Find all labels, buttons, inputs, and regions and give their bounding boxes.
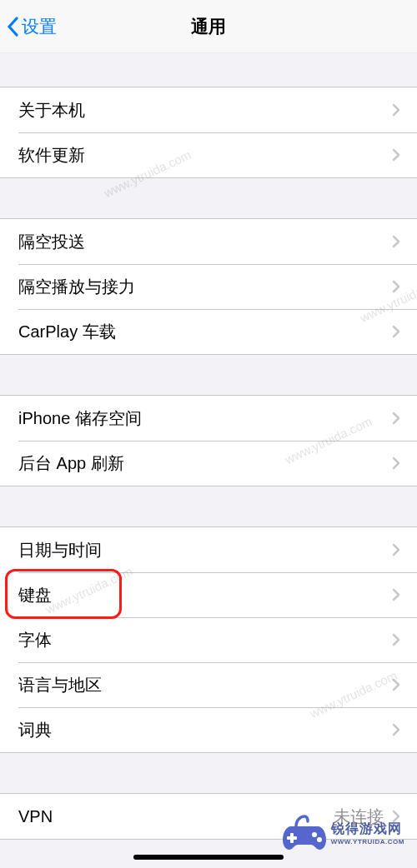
group-spacer (0, 486, 417, 526)
group-spacer (0, 753, 417, 793)
svg-point-2 (312, 832, 317, 837)
row-trailing (392, 678, 400, 691)
settings-row[interactable]: CarPlay 车载 (0, 309, 417, 354)
row-label: 字体 (18, 629, 52, 651)
row-label: 语言与地区 (18, 674, 102, 696)
group-spacer (0, 53, 417, 87)
settings-row[interactable]: 日期与时间 (0, 527, 417, 572)
row-trailing (392, 280, 400, 293)
chevron-right-icon (392, 633, 400, 646)
settings-row[interactable]: 词典 (0, 707, 417, 752)
settings-row[interactable]: 键盘 (0, 572, 417, 617)
row-trailing (392, 325, 400, 338)
settings-group: iPhone 储存空间后台 App 刷新 (0, 395, 417, 486)
chevron-right-icon (392, 456, 400, 470)
row-trailing (392, 235, 400, 248)
page-title: 通用 (191, 15, 226, 38)
row-trailing (392, 412, 400, 425)
navigation-bar: 设置 通用 (0, 0, 417, 53)
settings-row[interactable]: 隔空播放与接力 (0, 264, 417, 309)
chevron-left-icon (7, 17, 18, 37)
row-label: 键盘 (18, 584, 52, 606)
row-trailing (392, 588, 400, 601)
svg-rect-1 (287, 836, 297, 840)
row-label: 软件更新 (18, 144, 85, 167)
chevron-right-icon (392, 103, 400, 117)
row-label: 隔空播放与接力 (18, 276, 135, 298)
row-label: CarPlay 车载 (18, 321, 116, 343)
chevron-right-icon (392, 543, 400, 556)
settings-list: 关于本机软件更新隔空投送隔空播放与接力CarPlay 车载iPhone 储存空间… (0, 53, 417, 840)
row-trailing (392, 148, 400, 162)
logo-brand-cn: 锐得游戏网 (331, 821, 404, 838)
settings-row[interactable]: iPhone 储存空间 (0, 396, 417, 441)
row-trailing (392, 723, 400, 736)
row-label: 关于本机 (18, 99, 85, 122)
row-trailing (392, 633, 400, 646)
settings-row[interactable]: 软件更新 (0, 132, 417, 177)
row-trailing (392, 103, 400, 117)
settings-group: 隔空投送隔空播放与接力CarPlay 车载 (0, 218, 417, 355)
back-label: 设置 (22, 15, 57, 38)
chevron-right-icon (392, 588, 400, 601)
group-spacer (0, 355, 417, 395)
settings-group: 关于本机软件更新 (0, 87, 417, 178)
chevron-right-icon (392, 412, 400, 425)
row-label: 日期与时间 (18, 539, 102, 561)
settings-row[interactable]: 隔空投送 (0, 219, 417, 264)
logo-text: 锐得游戏网 WWW.YTRUIDA.COM (331, 821, 404, 846)
settings-row[interactable]: 字体 (0, 617, 417, 662)
chevron-right-icon (392, 235, 400, 248)
svg-point-3 (317, 837, 322, 842)
chevron-right-icon (392, 325, 400, 338)
row-label: VPN (18, 807, 53, 826)
chevron-right-icon (392, 148, 400, 162)
chevron-right-icon (392, 723, 400, 736)
row-label: 词典 (18, 719, 52, 741)
settings-row[interactable]: 语言与地区 (0, 662, 417, 707)
group-spacer (0, 178, 417, 218)
home-indicator[interactable] (133, 855, 284, 860)
logo-brand-en: WWW.YTRUIDA.COM (331, 838, 404, 846)
row-trailing (392, 543, 400, 556)
back-button[interactable]: 设置 (7, 15, 57, 38)
settings-group: 日期与时间键盘字体语言与地区词典 (0, 526, 417, 753)
row-label: iPhone 储存空间 (18, 407, 142, 430)
settings-row[interactable]: 后台 App 刷新 (0, 441, 417, 486)
row-label: 隔空投送 (18, 231, 85, 253)
row-label: 后台 App 刷新 (18, 452, 124, 475)
gamepad-icon (283, 815, 326, 851)
settings-row[interactable]: 关于本机 (0, 87, 417, 132)
row-trailing (392, 456, 400, 470)
site-logo-badge: 锐得游戏网 WWW.YTRUIDA.COM (283, 815, 404, 851)
chevron-right-icon (392, 678, 400, 691)
chevron-right-icon (392, 280, 400, 293)
